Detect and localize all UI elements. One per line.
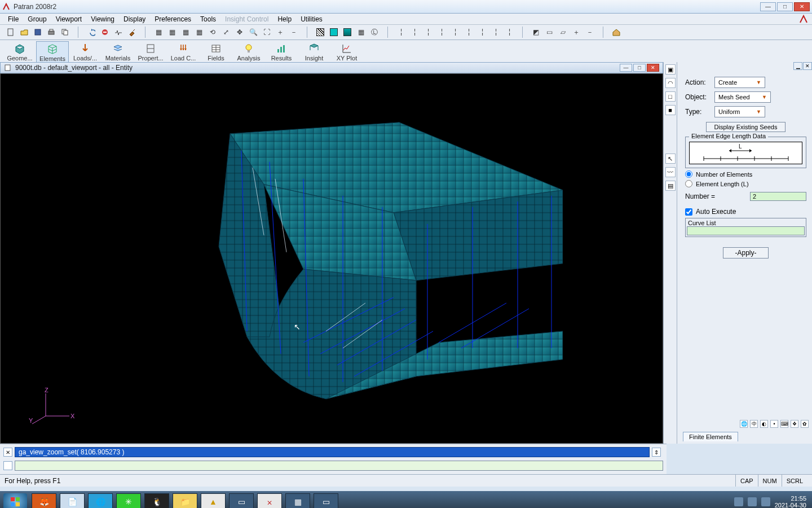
- tab-load-cases[interactable]: Load C...: [167, 41, 200, 63]
- tray-vol-icon[interactable]: [761, 497, 770, 506]
- view-iso-icon[interactable]: ▦: [152, 26, 165, 38]
- viewport-close-button[interactable]: ✕: [647, 64, 659, 72]
- pick-node-icon[interactable]: ╎: [449, 26, 461, 38]
- rotate-xy-icon[interactable]: ⟲: [206, 26, 219, 38]
- tab-fields[interactable]: Fields: [200, 41, 232, 63]
- task-window[interactable]: ▭: [229, 493, 254, 508]
- menu-tools[interactable]: Tools: [196, 15, 220, 23]
- auto-execute-checkbox[interactable]: [685, 208, 692, 216]
- strip-arc-icon[interactable]: ◠: [665, 78, 676, 88]
- viewport-minimize-button[interactable]: —: [620, 64, 632, 72]
- tab-insight[interactable]: Insight: [298, 41, 330, 63]
- tray-opt-icon[interactable]: ❖: [791, 420, 798, 428]
- menu-preferences[interactable]: Preferences: [150, 15, 196, 23]
- number-input[interactable]: [750, 192, 806, 201]
- pick-any-icon[interactable]: ╎: [476, 26, 488, 38]
- tray-punct-icon[interactable]: •: [770, 420, 778, 428]
- task-notepad[interactable]: 📄: [60, 493, 85, 508]
- pick-element-icon[interactable]: ╎: [462, 26, 475, 38]
- strip-box-icon[interactable]: □: [665, 91, 676, 102]
- tray-globe-icon[interactable]: 🌐: [740, 420, 748, 428]
- apply-button[interactable]: -Apply-: [723, 247, 768, 259]
- pan-icon[interactable]: ✥: [233, 26, 246, 38]
- select-box-icon[interactable]: ▭: [543, 26, 555, 38]
- display-seeds-button[interactable]: Display Existing Seeds: [706, 122, 786, 132]
- undo-icon[interactable]: [85, 26, 98, 38]
- view-right-icon[interactable]: ▦: [179, 26, 192, 38]
- element-length-radio[interactable]: [685, 180, 692, 187]
- pick-toggle-icon[interactable]: ╎: [489, 26, 502, 38]
- tab-materials[interactable]: Materials: [102, 41, 134, 63]
- close-button[interactable]: ✕: [794, 2, 810, 11]
- strip-cube-icon[interactable]: ▣: [665, 64, 676, 75]
- object-dropdown[interactable]: Mesh Seed▼: [714, 91, 771, 103]
- task-qq[interactable]: 🐧: [144, 493, 169, 508]
- menu-insight-control[interactable]: Insight Control: [220, 15, 273, 23]
- select-vis-icon[interactable]: ◩: [529, 26, 542, 38]
- task-firefox[interactable]: 🦊: [32, 493, 56, 508]
- tab-geometry[interactable]: Geome...: [3, 41, 36, 63]
- viewport-3d[interactable]: Z X Y ↖: [0, 73, 663, 444]
- minimize-button[interactable]: —: [760, 2, 776, 11]
- wireframe-icon[interactable]: [314, 26, 326, 38]
- pick-point-icon[interactable]: ╎: [395, 26, 407, 38]
- label-toggle-icon[interactable]: Ⓛ: [368, 26, 381, 38]
- task-patran[interactable]: ⨉: [257, 493, 282, 508]
- task-grid[interactable]: ▦: [285, 493, 310, 508]
- command-history-line[interactable]: [15, 447, 650, 457]
- panel-minimize-button[interactable]: ▁: [793, 62, 802, 70]
- tray-flag-icon[interactable]: [734, 497, 743, 506]
- strip-wave-icon[interactable]: 〰: [665, 167, 676, 177]
- copy-icon[interactable]: [59, 26, 71, 38]
- select-add-icon[interactable]: ＋: [570, 26, 582, 38]
- tray-net-icon[interactable]: [748, 497, 757, 506]
- strip-arrow-icon[interactable]: ↖: [665, 154, 676, 164]
- menu-viewing[interactable]: Viewing: [86, 15, 119, 23]
- strip-fill-icon[interactable]: ■: [665, 105, 676, 115]
- pick-cycle-icon[interactable]: ╎: [503, 26, 515, 38]
- history-close-icon[interactable]: ✕: [3, 448, 12, 457]
- select-poly-icon[interactable]: ▱: [557, 26, 569, 38]
- maximize-button[interactable]: □: [777, 2, 793, 11]
- home-icon[interactable]: [610, 26, 623, 38]
- action-dropdown[interactable]: Create▼: [714, 77, 765, 88]
- zoom-out-icon[interactable]: －: [288, 26, 300, 38]
- task-ansys[interactable]: ▲: [201, 493, 226, 508]
- menu-display[interactable]: Display: [119, 15, 150, 23]
- task-explorer[interactable]: 📁: [173, 493, 197, 508]
- new-file-icon[interactable]: [5, 26, 17, 38]
- tab-xy-plot[interactable]: XY Plot: [330, 41, 363, 63]
- view-top-icon[interactable]: ▦: [193, 26, 205, 38]
- tray-ime-icon[interactable]: 中: [750, 420, 758, 428]
- pick-curve-icon[interactable]: ╎: [408, 26, 421, 38]
- history-scroll-icon[interactable]: ⇕: [652, 448, 661, 457]
- panel-close-button[interactable]: ✕: [803, 62, 812, 70]
- tray-gear-icon[interactable]: ✿: [801, 420, 809, 428]
- rotate-model-icon[interactable]: ⤢: [220, 26, 232, 38]
- hidden-line-icon[interactable]: [328, 26, 340, 38]
- task-window2[interactable]: ▭: [314, 493, 338, 508]
- menu-group[interactable]: Group: [23, 15, 51, 23]
- menu-corner-icon[interactable]: [798, 14, 809, 24]
- strip-panel-icon[interactable]: ▤: [665, 181, 676, 191]
- zoom-in-icon[interactable]: ＋: [274, 26, 286, 38]
- pick-surface-icon[interactable]: ╎: [422, 26, 434, 38]
- viewport-maximize-button[interactable]: □: [633, 64, 646, 72]
- tab-results[interactable]: Results: [265, 41, 298, 63]
- panel-footer-tab[interactable]: Finite Elements: [683, 432, 738, 441]
- tab-elements[interactable]: Elements: [36, 41, 69, 64]
- smooth-shaded-icon[interactable]: ▦: [355, 26, 367, 38]
- heartbeat-icon[interactable]: [112, 26, 125, 38]
- task-wechat[interactable]: ✳: [116, 493, 141, 508]
- menu-help[interactable]: Help: [273, 15, 296, 23]
- select-sub-icon[interactable]: －: [584, 26, 596, 38]
- tray-half-icon[interactable]: ◐: [760, 420, 768, 428]
- tab-properties[interactable]: Propert...: [134, 41, 167, 63]
- menu-file[interactable]: File: [3, 15, 23, 23]
- menu-viewport[interactable]: Viewport: [51, 15, 86, 23]
- type-dropdown[interactable]: Uniform▼: [714, 106, 765, 117]
- view-front-icon[interactable]: ▦: [166, 26, 178, 38]
- start-button[interactable]: [3, 493, 27, 508]
- print-icon[interactable]: [45, 26, 58, 38]
- tray-kbd-icon[interactable]: ⌨: [780, 420, 788, 428]
